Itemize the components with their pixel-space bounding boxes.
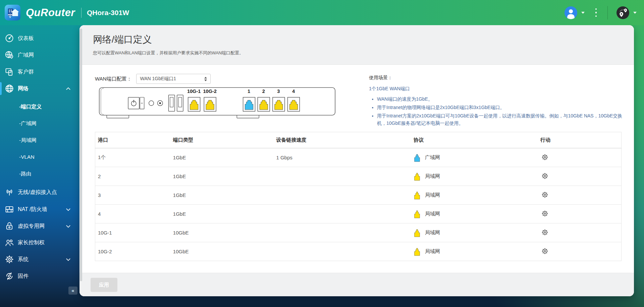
dashboard-icon xyxy=(4,33,14,43)
port-label-4: 4 xyxy=(292,89,295,94)
sidebar-item-vpn[interactable]: 虚拟专用网 xyxy=(0,219,78,233)
cell-protocol-label: 局域网 xyxy=(425,229,440,236)
qurouter-app-icon[interactable] xyxy=(5,5,20,20)
cell-port: 10G-2 xyxy=(95,242,170,261)
table-row: 2 1GbE 局域网 xyxy=(95,167,622,186)
sidebar-item-wan[interactable]: 广域网 xyxy=(0,48,78,62)
port-settings-button[interactable] xyxy=(540,153,549,162)
cell-protocol-label: 局域网 xyxy=(425,192,440,198)
cell-link-speed xyxy=(273,242,411,261)
usage-bullet: 用于Intranet方案的2x10GbE端口可与10GbE设备一起使用，以进行高… xyxy=(377,112,627,127)
topbar-divider xyxy=(607,6,608,19)
avatar-caret-icon[interactable] xyxy=(581,12,585,14)
cell-link-speed xyxy=(273,167,411,186)
top-header: QuRouter QHora-301W xyxy=(0,0,644,25)
sidebar-item-label: 家长控制权 xyxy=(18,239,45,246)
port-settings-button[interactable] xyxy=(540,210,549,218)
rj45-icon xyxy=(414,209,421,218)
cell-protocol-label: 局域网 xyxy=(425,248,440,255)
apply-button[interactable]: 应用 xyxy=(91,278,117,292)
firewall-icon xyxy=(4,204,14,214)
sidebar-subitem-label: -局域网 xyxy=(19,137,37,144)
table-row: 1个 1GbE 1 Gbps 广域网 xyxy=(95,148,622,167)
gear-icon xyxy=(4,254,14,264)
rj45-icon xyxy=(414,247,421,256)
port-settings-button[interactable] xyxy=(540,191,549,200)
cell-link-speed xyxy=(273,186,411,205)
sidebar-collapse-button[interactable]: « xyxy=(68,287,77,295)
region-globe-icon[interactable] xyxy=(616,6,629,19)
cell-port: 3 xyxy=(95,186,170,205)
table-row: 4 1GbE 局域网 xyxy=(95,205,622,223)
cell-link-speed xyxy=(273,223,411,242)
more-menu-icon[interactable] xyxy=(594,7,598,18)
chevron-up-icon xyxy=(66,87,70,92)
sidebar-subitem-wan[interactable]: -广域网 xyxy=(0,117,78,130)
port-settings-button[interactable] xyxy=(540,172,549,181)
cell-link-speed xyxy=(273,205,411,223)
port-label-10g-2: 10G-2 xyxy=(203,89,216,94)
usage-bullet: WAN端口的速度为1GbE。 xyxy=(377,95,627,103)
sidebar-subitem-route[interactable]: -路由 xyxy=(0,167,78,181)
sidebar-item-label: 虚拟专用网 xyxy=(18,223,45,230)
rj45-icon xyxy=(414,153,421,162)
brand-name: QuRouter xyxy=(26,7,75,19)
users-icon xyxy=(4,238,14,248)
scrollbar-thumb[interactable] xyxy=(80,29,82,281)
port-settings-button[interactable] xyxy=(540,228,549,237)
sidebar-item-label: NAT /防火墙 xyxy=(18,206,47,213)
card-footer: 应用 xyxy=(79,273,634,296)
sidebar-item-label: 系统 xyxy=(18,256,29,263)
brand: QuRouter QHora-301W xyxy=(0,5,129,20)
sidebar-subitem-port-definition[interactable]: -端口定义 xyxy=(0,100,78,113)
chassis-foot xyxy=(237,115,259,118)
col-header-link-speed: 设备链接速度 xyxy=(273,132,411,148)
region-caret-icon[interactable] xyxy=(633,12,637,14)
sidebar-subitem-label: -路由 xyxy=(19,170,31,177)
chevron-down-icon xyxy=(66,257,70,261)
sidebar: 仪表板 广域网 客户群 网络 -端口定义 -广域网 xyxy=(0,25,78,307)
wan-config-label: WAN端口配置： xyxy=(95,76,131,82)
sidebar-item-system[interactable]: 系统 xyxy=(0,253,78,266)
col-header-port: 港口 xyxy=(95,132,170,148)
cell-port: 10G-1 xyxy=(95,223,170,242)
table-row: 10G-1 10GbE 局域网 xyxy=(95,223,622,242)
chevron-down-icon xyxy=(66,207,70,211)
usage-scenario-panel: 使用场景： 1个1GbE WAN端口 WAN端口的速度为1GbE。 用于Intr… xyxy=(369,75,627,128)
sidebar-subitem-lan[interactable]: -局域网 xyxy=(0,134,78,147)
client-devices-icon xyxy=(4,67,14,77)
sidebar-item-label: 固件 xyxy=(18,273,29,280)
sidebar-item-network[interactable]: 网络 xyxy=(0,82,78,95)
col-header-protocol: 协议 xyxy=(411,132,538,148)
rj45-icon xyxy=(414,191,421,200)
port-label-1: 1 xyxy=(248,89,250,94)
page: QuRouter QHora-301W xyxy=(0,0,644,307)
sidebar-item-label: 广域网 xyxy=(18,52,34,59)
port-settings-button[interactable] xyxy=(540,247,549,256)
cell-port-type: 1GbE xyxy=(170,167,274,186)
wan-config-select[interactable]: WAN 1GbE端口1 xyxy=(136,74,211,84)
page-subtitle: 您可以配置WAN和LAN端口设置，并根据用户要求实施不同的WAN端口配置。 xyxy=(93,50,634,56)
rj45-icon xyxy=(414,228,421,237)
cell-port: 1个 xyxy=(95,148,170,167)
sidebar-item-wireless-vap[interactable]: 无线/虚拟接入点 xyxy=(0,186,78,199)
sidebar-subitem-vlan[interactable]: -VLAN xyxy=(0,150,78,164)
user-avatar-icon[interactable] xyxy=(565,6,577,19)
sidebar-item-label: 无线/虚拟接入点 xyxy=(18,189,57,196)
content-card: 网络/端口定义 您可以配置WAN和LAN端口设置，并根据用户要求实施不同的WAN… xyxy=(79,25,634,296)
cell-port-type: 10GbE xyxy=(170,242,274,261)
sidebar-item-dashboard[interactable]: 仪表板 xyxy=(0,32,78,45)
chevron-down-icon xyxy=(66,223,70,228)
sidebar-item-label: 网络 xyxy=(18,85,29,92)
port-label-3: 3 xyxy=(277,89,280,94)
sidebar-item-parental-control[interactable]: 家长控制权 xyxy=(0,236,78,249)
sidebar-item-firmware[interactable]: 固件 xyxy=(0,269,78,283)
sidebar-subitem-label: -广域网 xyxy=(19,120,37,127)
sidebar-item-nat-firewall[interactable]: NAT /防火墙 xyxy=(0,203,78,216)
sidebar-item-clients[interactable]: 客户群 xyxy=(0,65,78,79)
wireless-antenna-icon xyxy=(4,187,14,197)
usage-heading: 使用场景： xyxy=(369,75,627,81)
ports-table: 港口 端口类型 设备链接速度 协议 行动 1个 1GbE 1 Gbps 广域网 … xyxy=(95,132,622,261)
router-rear-panel-diagram: 10G-1 10G-2 1 2 3 4 xyxy=(95,87,339,119)
wan-config-row: WAN端口配置： WAN 1GbE端口1 xyxy=(95,74,211,84)
